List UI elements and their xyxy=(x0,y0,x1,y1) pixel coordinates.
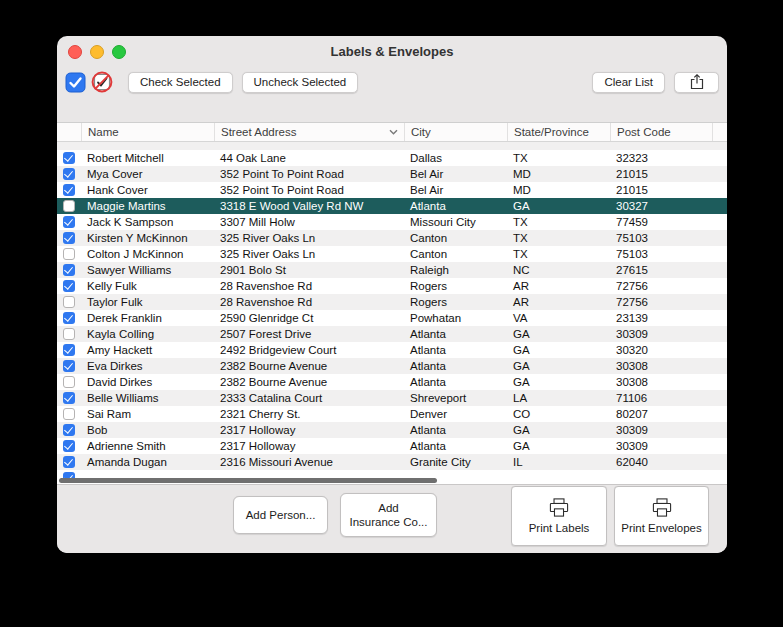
cell-street-address: 352 Point To Point Road xyxy=(214,184,404,196)
cell-city: Denver xyxy=(404,408,507,420)
cell-street-address: 28 Ravenshoe Rd xyxy=(214,296,404,308)
table-row[interactable]: Jack K Sampson 3307 Mill Holw Missouri C… xyxy=(57,214,727,230)
row-checkbox[interactable] xyxy=(63,200,75,212)
table-row[interactable]: Sai Ram 2321 Cherry St. Denver CO 80207 xyxy=(57,406,727,422)
table-row[interactable] xyxy=(57,142,727,150)
column-header-extra xyxy=(712,123,727,141)
table-row[interactable]: Robert Mitchell 44 Oak Lane Dallas TX 32… xyxy=(57,150,727,166)
cell-post-code: 30320 xyxy=(610,344,712,356)
row-checkbox[interactable] xyxy=(63,232,75,244)
cell-name: Mya Cover xyxy=(81,168,214,180)
table-row[interactable]: Amy Hackett 2492 Bridgeview Court Atlant… xyxy=(57,342,727,358)
table-row[interactable]: Maggie Martins 3318 E Wood Valley Rd NW … xyxy=(57,198,727,214)
row-checkbox[interactable] xyxy=(63,280,75,292)
column-header-state-province[interactable]: State/Province xyxy=(507,123,610,141)
cell-post-code: 80207 xyxy=(610,408,712,420)
column-header-name[interactable]: Name xyxy=(81,123,214,141)
row-checkbox[interactable] xyxy=(63,152,75,164)
cell-post-code: 62040 xyxy=(610,456,712,468)
row-checkbox[interactable] xyxy=(63,216,75,228)
table-row[interactable]: Sawyer Williams 2901 Bolo St Raleigh NC … xyxy=(57,262,727,278)
table-row[interactable]: Kelly Fulk 28 Ravenshoe Rd Rogers AR 727… xyxy=(57,278,727,294)
cell-name: Derek Franklin xyxy=(81,312,214,324)
print-envelopes-button[interactable]: Print Envelopes xyxy=(614,486,709,546)
cell-name: Amanda Dugan xyxy=(81,456,214,468)
cell-city: Rogers xyxy=(404,280,507,292)
cell-state-province: GA xyxy=(507,328,610,340)
column-header-post-code[interactable]: Post Code xyxy=(610,123,712,141)
row-checkbox[interactable] xyxy=(63,440,75,452)
row-checkbox[interactable] xyxy=(63,296,75,308)
cell-state-province: GA xyxy=(507,376,610,388)
cell-name: Taylor Fulk xyxy=(81,296,214,308)
table-row[interactable]: Mya Cover 352 Point To Point Road Bel Ai… xyxy=(57,166,727,182)
check-all-icon[interactable] xyxy=(64,71,86,93)
print-labels-button[interactable]: Print Labels xyxy=(511,486,607,546)
uncheck-selected-button[interactable]: Uncheck Selected xyxy=(242,72,359,93)
cell-city: Bel Air xyxy=(404,168,507,180)
cell-state-province: TX xyxy=(507,232,610,244)
cell-post-code: 71106 xyxy=(610,392,712,404)
cell-name: Kirsten Y McKinnon xyxy=(81,232,214,244)
cell-state-province: MD xyxy=(507,168,610,180)
clear-list-button[interactable]: Clear List xyxy=(592,72,665,93)
column-header-street-address[interactable]: Street Address xyxy=(214,123,404,141)
cell-state-province: IL xyxy=(507,456,610,468)
table-row[interactable]: Colton J McKinnon 325 River Oaks Ln Cant… xyxy=(57,246,727,262)
row-checkbox[interactable] xyxy=(63,408,75,420)
row-checkbox[interactable] xyxy=(63,344,75,356)
table-row[interactable]: Belle Williams 2333 Catalina Court Shrev… xyxy=(57,390,727,406)
table-row[interactable]: Hank Cover 352 Point To Point Road Bel A… xyxy=(57,182,727,198)
cell-street-address: 2333 Catalina Court xyxy=(214,392,404,404)
uncheck-all-icon[interactable] xyxy=(91,71,113,93)
table-row[interactable]: Kirsten Y McKinnon 325 River Oaks Ln Can… xyxy=(57,230,727,246)
cell-state-province: TX xyxy=(507,216,610,228)
cell-post-code: 30308 xyxy=(610,376,712,388)
row-checkbox[interactable] xyxy=(63,456,75,468)
cell-city: Missouri City xyxy=(404,216,507,228)
cell-state-province: NC xyxy=(507,264,610,276)
row-checkbox[interactable] xyxy=(63,168,75,180)
row-checkbox[interactable] xyxy=(63,312,75,324)
table-row[interactable]: Bob 2317 Holloway Atlanta GA 30309 xyxy=(57,422,727,438)
table-row[interactable]: Adrienne Smith 2317 Holloway Atlanta GA … xyxy=(57,438,727,454)
cell-name: Amy Hackett xyxy=(81,344,214,356)
cell-street-address: 28 Ravenshoe Rd xyxy=(214,280,404,292)
cell-state-province: GA xyxy=(507,360,610,372)
row-checkbox[interactable] xyxy=(63,184,75,196)
table-body: Robert Mitchell 44 Oak Lane Dallas TX 32… xyxy=(57,142,727,478)
table-row[interactable]: Taylor Fulk 28 Ravenshoe Rd Rogers AR 72… xyxy=(57,294,727,310)
row-checkbox[interactable] xyxy=(63,264,75,276)
window-title: Labels & Envelopes xyxy=(57,44,727,59)
cell-city: Atlanta xyxy=(404,424,507,436)
row-checkbox[interactable] xyxy=(63,376,75,388)
table-row[interactable]: Eva Dirkes 2382 Bourne Avenue Atlanta GA… xyxy=(57,358,727,374)
row-checkbox[interactable] xyxy=(63,248,75,260)
titlebar: Labels & Envelopes xyxy=(57,36,727,66)
cell-post-code: 30309 xyxy=(610,328,712,340)
horizontal-scrollbar-thumb[interactable] xyxy=(59,478,437,483)
row-checkbox[interactable] xyxy=(63,360,75,372)
share-icon xyxy=(690,74,704,90)
cell-name: Jack K Sampson xyxy=(81,216,214,228)
cell-post-code: 72756 xyxy=(610,280,712,292)
table-row[interactable]: Derek Franklin 2590 Glenridge Ct Powhata… xyxy=(57,310,727,326)
row-checkbox[interactable] xyxy=(63,424,75,436)
row-checkbox[interactable] xyxy=(63,392,75,404)
table-row[interactable]: Amanda Dugan 2316 Missouri Avenue Granit… xyxy=(57,454,727,470)
check-selected-button[interactable]: Check Selected xyxy=(128,72,233,93)
cell-post-code: 30309 xyxy=(610,440,712,452)
add-person-button[interactable]: Add Person... xyxy=(233,496,328,534)
share-button[interactable] xyxy=(674,72,719,93)
column-header-city[interactable]: City xyxy=(404,123,507,141)
column-header-checkbox[interactable] xyxy=(57,123,81,141)
table-row[interactable]: Kayla Colling 2507 Forest Drive Atlanta … xyxy=(57,326,727,342)
add-insurance-button[interactable]: Add Insurance Co... xyxy=(340,493,437,537)
cell-post-code: 75103 xyxy=(610,232,712,244)
cell-street-address: 2492 Bridgeview Court xyxy=(214,344,404,356)
table-row[interactable] xyxy=(57,470,727,478)
row-checkbox[interactable] xyxy=(63,328,75,340)
cell-street-address: 325 River Oaks Ln xyxy=(214,232,404,244)
table-row[interactable]: David Dirkes 2382 Bourne Avenue Atlanta … xyxy=(57,374,727,390)
cell-name: Robert Mitchell xyxy=(81,152,214,164)
